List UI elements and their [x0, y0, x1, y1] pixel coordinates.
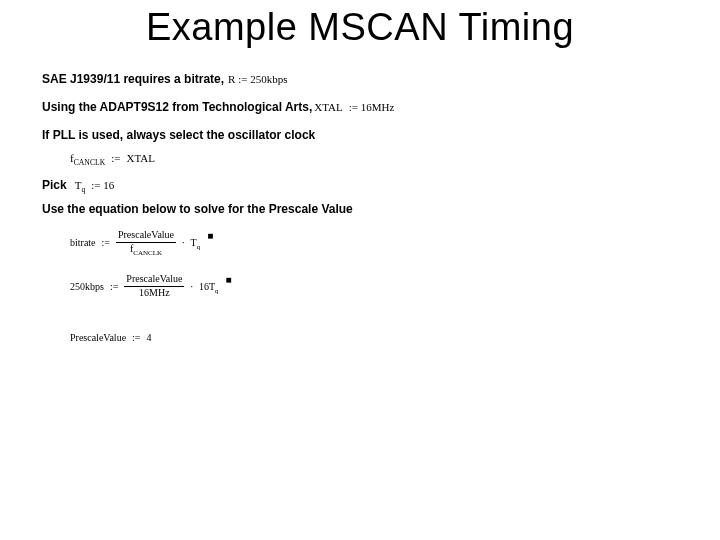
eq-fcanclk-lhs: fCANCLK [70, 152, 105, 164]
eq-fcanclk-rhs: XTAL [127, 152, 155, 164]
eq-250kbps-num: PrescaleValue [124, 274, 184, 285]
eq-result: PrescaleValue := 4 [70, 332, 680, 343]
line-board-expr: XTAL := 16MHz [314, 101, 394, 113]
slide-body: SAE J1939/11 requires a bitrate, R := 25… [42, 72, 680, 353]
line-solve-lead: Use the equation below to solve for the … [42, 202, 353, 216]
eq-250kbps-lhs: 250kbps [70, 281, 104, 292]
eq-result-assign: := [132, 332, 140, 343]
slide-title: Example MSCAN Timing [0, 6, 720, 49]
eq-250kbps-frac: PrescaleValue 16MHz [124, 274, 184, 298]
eq-250kbps-rhs-base: 16T [199, 281, 215, 292]
eq-bitrate-assign: := [102, 237, 110, 248]
eq-250kbps-assign: := [110, 281, 118, 292]
eq-250kbps: 250kbps := PrescaleValue 16MHz · 16Tq ■ [70, 274, 680, 298]
expr-xtal-rhs: := 16MHz [349, 101, 395, 113]
line-bitrate-expr: R := 250kbps [228, 73, 287, 85]
line-pick: Pick Tq := 16 [42, 178, 680, 192]
line-pick-expr: Tq := 16 [75, 179, 115, 191]
eq-250kbps-rhs-sub: q [215, 287, 219, 295]
line-pick-var: Tq [75, 179, 86, 191]
eq-bitrate-expr: bitrate := PrescaleValue fCANCLK · Tq ■ [70, 230, 213, 254]
eq-bitrate-rhs-sub: q [197, 243, 201, 251]
line-bitrate-lead: SAE J1939/11 requires a bitrate, [42, 72, 224, 86]
line-solve: Use the equation below to solve for the … [42, 202, 680, 216]
line-board-lead: Using the ADAPT9S12 from Technological A… [42, 100, 312, 114]
line-pick-lead: Pick [42, 178, 67, 192]
line-pll-lead: If PLL is used, always select the oscill… [42, 128, 315, 142]
eq-bitrate-frac: PrescaleValue fCANCLK [116, 230, 176, 254]
eq-result-rhs: 4 [147, 332, 152, 343]
line-bitrate: SAE J1939/11 requires a bitrate, R := 25… [42, 72, 680, 86]
eq-bitrate-lhs: bitrate [70, 237, 96, 248]
eq-fcanclk-lhs-sub: CANCLK [74, 158, 106, 167]
eq-250kbps-mult: · [190, 281, 193, 292]
eq-bitrate-den: fCANCLK [128, 244, 164, 255]
line-pick-rhs: := 16 [91, 179, 114, 191]
eq-fcanclk-assign: := [111, 152, 120, 164]
eq-250kbps-rhs: 16Tq [199, 281, 219, 292]
eq-250kbps-den: 16MHz [137, 288, 172, 299]
eq-result-lhs: PrescaleValue [70, 332, 126, 343]
eq-250kbps-expr: 250kbps := PrescaleValue 16MHz · 16Tq ■ [70, 274, 232, 298]
line-pll: If PLL is used, always select the oscill… [42, 128, 680, 142]
line-pick-var-sub: q [81, 185, 85, 194]
eq-fcanclk: fCANCLK := XTAL [70, 152, 680, 164]
eq-fcanclk-expr: fCANCLK := XTAL [70, 152, 155, 164]
eq-bitrate-mult: · [182, 237, 185, 248]
eq-bitrate-num: PrescaleValue [116, 230, 176, 241]
eq-bitrate-den-sub: CANCLK [133, 249, 162, 257]
eq-bitrate: bitrate := PrescaleValue fCANCLK · Tq ■ [70, 230, 680, 254]
eq-bitrate-rhs: Tq [191, 237, 201, 248]
eq-result-expr: PrescaleValue := 4 [70, 332, 152, 343]
line-board: Using the ADAPT9S12 from Technological A… [42, 100, 680, 114]
expr-xtal-lhs: XTAL [314, 101, 342, 113]
slide: Example MSCAN Timing SAE J1939/11 requir… [0, 0, 720, 540]
